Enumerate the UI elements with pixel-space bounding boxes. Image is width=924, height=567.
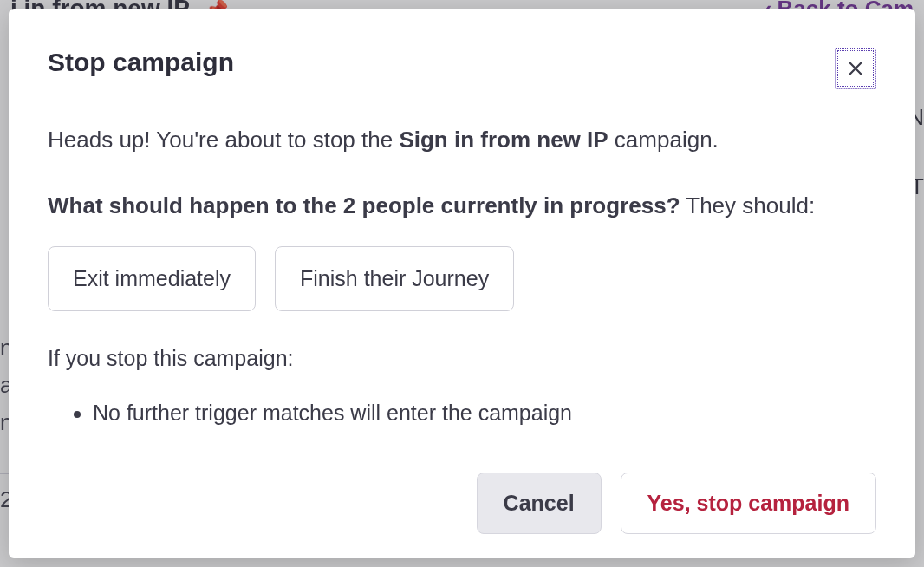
cancel-button[interactable]: Cancel xyxy=(477,472,602,534)
option-group: Exit immediately Finish their Journey xyxy=(48,246,876,311)
modal-footer: Cancel Yes, stop campaign xyxy=(48,472,876,534)
close-button[interactable] xyxy=(835,48,876,89)
campaign-name: Sign in from new IP xyxy=(399,127,608,153)
stop-campaign-modal: Stop campaign Heads up! You're about to … xyxy=(9,9,915,558)
option-exit-immediately[interactable]: Exit immediately xyxy=(48,246,256,311)
question-text: What should happen to the 2 people curre… xyxy=(48,190,876,221)
close-icon xyxy=(846,59,865,78)
modal-title: Stop campaign xyxy=(48,48,234,77)
option-finish-journey[interactable]: Finish their Journey xyxy=(275,246,514,311)
heads-up-text: Heads up! You're about to stop the Sign … xyxy=(48,124,876,155)
list-item: No further trigger matches will enter th… xyxy=(93,401,876,426)
note-intro: If you stop this campaign: xyxy=(48,346,876,371)
consequence-list: No further trigger matches will enter th… xyxy=(48,401,876,426)
confirm-stop-button[interactable]: Yes, stop campaign xyxy=(621,472,876,534)
